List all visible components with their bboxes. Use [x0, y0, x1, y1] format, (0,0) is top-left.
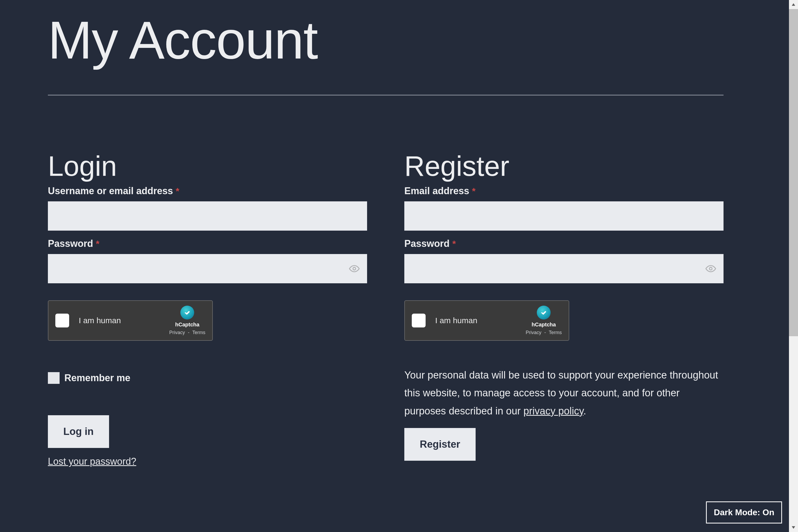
- required-marker: *: [176, 186, 179, 196]
- register-password-input[interactable]: [404, 254, 723, 283]
- hcaptcha-logo-icon: [537, 306, 551, 320]
- login-password-label: Password: [48, 238, 93, 249]
- hcaptcha-brand: hCaptcha Privacy - Terms: [169, 306, 205, 336]
- privacy-text-post: .: [583, 405, 586, 417]
- eye-icon[interactable]: [349, 263, 360, 274]
- page-title: My Account: [48, 12, 723, 68]
- login-column: Login Username or email address * Passwo…: [48, 152, 367, 467]
- eye-icon[interactable]: [705, 263, 716, 274]
- register-button[interactable]: Register: [404, 428, 476, 461]
- hcaptcha-checkbox[interactable]: [412, 314, 425, 327]
- hcaptcha-terms-link[interactable]: Terms: [549, 330, 562, 335]
- register-hcaptcha: I am human hCaptcha Privacy - Terms: [404, 300, 569, 341]
- login-username-input[interactable]: [48, 201, 367, 231]
- privacy-policy-link[interactable]: privacy policy: [524, 405, 583, 417]
- scrollbar-down-arrow-icon[interactable]: [789, 523, 798, 532]
- login-button[interactable]: Log in: [48, 415, 109, 448]
- login-heading: Login: [48, 152, 367, 180]
- hcaptcha-checkbox[interactable]: [55, 314, 69, 327]
- hcaptcha-link-separator: -: [188, 330, 189, 335]
- vertical-scrollbar[interactable]: [789, 0, 798, 532]
- hcaptcha-label: I am human: [435, 316, 526, 325]
- required-marker: *: [453, 239, 456, 249]
- title-divider: [48, 95, 723, 95]
- hcaptcha-privacy-link[interactable]: Privacy: [169, 330, 185, 335]
- scrollbar-up-arrow-icon[interactable]: [789, 0, 798, 9]
- login-hcaptcha: I am human hCaptcha Privacy - Terms: [48, 300, 213, 341]
- register-password-label: Password: [404, 238, 450, 249]
- hcaptcha-link-separator: -: [544, 330, 546, 335]
- required-marker: *: [96, 239, 99, 249]
- hcaptcha-brand: hCaptcha Privacy - Terms: [526, 306, 562, 336]
- login-password-input[interactable]: [48, 254, 367, 283]
- login-username-label: Username or email address: [48, 185, 173, 196]
- register-heading: Register: [404, 152, 723, 180]
- hcaptcha-logo-icon: [180, 306, 194, 320]
- remember-me-checkbox[interactable]: [48, 372, 60, 384]
- remember-me-label[interactable]: Remember me: [64, 373, 130, 384]
- hcaptcha-brandname: hCaptcha: [175, 322, 200, 328]
- privacy-notice: Your personal data will be used to suppo…: [404, 366, 723, 420]
- svg-point-1: [709, 267, 712, 270]
- hcaptcha-label: I am human: [79, 316, 169, 325]
- dark-mode-toggle[interactable]: Dark Mode: On: [706, 501, 782, 524]
- register-email-input[interactable]: [404, 201, 723, 231]
- register-email-label: Email address: [404, 185, 469, 196]
- required-marker: *: [472, 186, 476, 196]
- register-column: Register Email address * Password *: [404, 152, 723, 467]
- svg-point-0: [353, 267, 356, 270]
- scrollbar-thumb[interactable]: [789, 9, 798, 336]
- hcaptcha-privacy-link[interactable]: Privacy: [526, 330, 541, 335]
- hcaptcha-brandname: hCaptcha: [532, 322, 556, 328]
- hcaptcha-terms-link[interactable]: Terms: [192, 330, 205, 335]
- lost-password-link[interactable]: Lost your password?: [48, 456, 136, 467]
